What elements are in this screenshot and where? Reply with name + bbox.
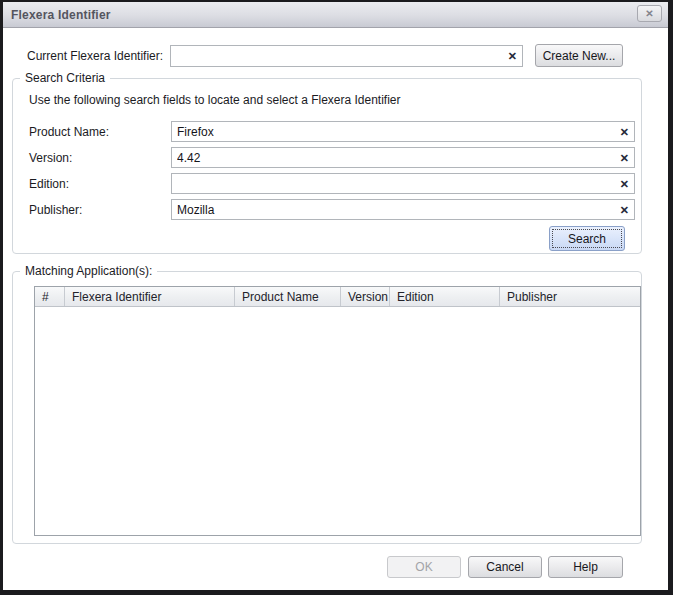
column-header-publisher[interactable]: Publisher <box>500 287 640 306</box>
search-instruction-text: Use the following search fields to locat… <box>29 93 401 107</box>
results-list-empty <box>35 307 640 535</box>
clear-version-icon[interactable]: ✕ <box>620 152 629 163</box>
results-table-header: # Flexera Identifier Product Name Versio… <box>35 287 640 307</box>
clear-current-identifier-icon[interactable]: ✕ <box>508 51 517 62</box>
publisher-input[interactable] <box>172 200 634 219</box>
help-button[interactable]: Help <box>548 556 623 578</box>
edition-input[interactable] <box>172 174 634 193</box>
version-label: Version: <box>29 151 72 165</box>
publisher-label: Publisher: <box>29 203 82 217</box>
version-field: ✕ <box>171 147 635 168</box>
current-identifier-field: ✕ <box>170 45 523 67</box>
current-identifier-label: Current Flexera Identifier: <box>27 49 163 63</box>
search-button[interactable]: Search <box>549 226 625 251</box>
clear-publisher-icon[interactable]: ✕ <box>620 204 629 215</box>
column-header-edition[interactable]: Edition <box>390 287 500 306</box>
product-name-field: ✕ <box>171 121 635 142</box>
product-name-label: Product Name: <box>29 125 109 139</box>
clear-edition-icon[interactable]: ✕ <box>620 178 629 189</box>
publisher-field: ✕ <box>171 199 635 220</box>
column-header-number[interactable]: # <box>35 287 65 306</box>
edition-field: ✕ <box>171 173 635 194</box>
results-table: # Flexera Identifier Product Name Versio… <box>34 286 641 536</box>
search-criteria-legend: Search Criteria <box>20 71 110 85</box>
product-name-input[interactable] <box>172 122 634 141</box>
create-new-button[interactable]: Create New... <box>535 44 623 67</box>
matching-applications-group: Matching Application(s): # Flexera Ident… <box>12 271 642 544</box>
close-icon: ✕ <box>645 9 653 19</box>
edition-label: Edition: <box>29 177 69 191</box>
clear-product-name-icon[interactable]: ✕ <box>620 126 629 137</box>
version-input[interactable] <box>172 148 634 167</box>
close-button[interactable]: ✕ <box>637 5 662 22</box>
current-identifier-input[interactable] <box>171 46 522 66</box>
title-bar: Flexera Identifier <box>3 2 668 28</box>
column-header-version[interactable]: Version <box>341 287 390 306</box>
ok-button[interactable]: OK <box>387 556 461 578</box>
dialog-title: Flexera Identifier <box>3 8 111 22</box>
search-criteria-group: Search Criteria Use the following search… <box>12 78 642 254</box>
cancel-button[interactable]: Cancel <box>468 556 542 578</box>
matching-applications-legend: Matching Application(s): <box>20 264 157 278</box>
column-header-product-name[interactable]: Product Name <box>235 287 341 306</box>
column-header-flexera-identifier[interactable]: Flexera Identifier <box>65 287 235 306</box>
